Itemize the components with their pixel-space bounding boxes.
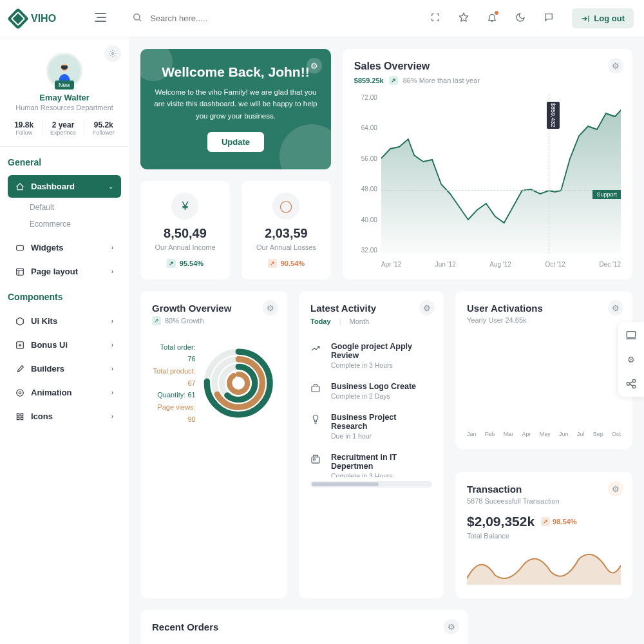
- welcome-title: Wellcome Back, John!!: [152, 64, 319, 80]
- profile-settings-icon[interactable]: [104, 45, 121, 62]
- new-badge: New: [55, 80, 74, 90]
- moon-icon[interactable]: [515, 12, 526, 24]
- growth-card: ⚙ Growth Overview ↗80% Growth Total orde…: [140, 291, 287, 598]
- star-icon[interactable]: [459, 12, 469, 24]
- brand-logo[interactable]: VIHO: [10, 11, 56, 26]
- gear-icon[interactable]: ⚙: [419, 300, 435, 316]
- svg-point-22: [632, 379, 636, 383]
- scrollbar[interactable]: [310, 481, 432, 488]
- float-panel: ⚙: [618, 322, 644, 397]
- activity-card: ⚙ Latest Activity Today | Month Google p…: [299, 291, 444, 598]
- gear-icon[interactable]: ⚙: [307, 58, 322, 73]
- avatar[interactable]: New: [46, 53, 82, 89]
- fullscreen-icon[interactable]: [430, 12, 440, 24]
- search-icon: [132, 12, 142, 24]
- gear-icon[interactable]: ⚙: [608, 58, 623, 73]
- gear-icon[interactable]: ⚙: [263, 300, 278, 316]
- nav-bonusui[interactable]: Bonus Ui›: [8, 334, 121, 356]
- menu-toggle-icon[interactable]: [95, 13, 106, 24]
- svg-point-0: [134, 14, 140, 20]
- losses-card: ◯ 2,03,59 Our Annual Losses ↗90.54%: [242, 181, 331, 279]
- activity-item[interactable]: Google project Apply ReviewComplete in 3…: [310, 336, 432, 375]
- income-card: ¥ 8,50,49 Our Annual Income ↗95.54%: [140, 181, 230, 279]
- recent-orders-card: ⚙ Recent Orders Name Date Quantity Value…: [140, 610, 468, 644]
- chat-icon[interactable]: [544, 12, 554, 24]
- transaction-card: ⚙ Transaction 5878 Suceessfull Transacti…: [455, 472, 632, 598]
- svg-point-21: [627, 383, 630, 386]
- gear-icon[interactable]: ⚙: [444, 619, 459, 634]
- user-activations-card: ⚙ User Activations Yearly User 24.65k Ja…: [455, 291, 632, 449]
- nav-animation[interactable]: Animation›: [8, 381, 121, 404]
- svg-point-7: [19, 392, 21, 394]
- activity-item[interactable]: Recruitment in IT DepertmenComplete in 3…: [310, 446, 432, 477]
- nav-widgets[interactable]: Widgets›: [8, 236, 121, 259]
- svg-point-23: [632, 385, 636, 388]
- nav-icons[interactable]: Icons›: [8, 405, 121, 428]
- welcome-card: ⚙ Wellcome Back, John!! Welcome to the v…: [140, 49, 331, 169]
- gear-icon[interactable]: ⚙: [608, 300, 623, 316]
- laptop-icon[interactable]: [623, 327, 639, 343]
- svg-rect-3: [17, 245, 24, 250]
- sales-title: Sales Overview: [354, 61, 621, 72]
- nav-section-general: General: [8, 157, 121, 167]
- nav-default[interactable]: Default: [30, 199, 121, 216]
- activity-item[interactable]: Business Project ResearchDue in 1 hour: [310, 406, 432, 446]
- profile-dept: Human Resources Department: [10, 104, 118, 111]
- bell-icon[interactable]: [487, 12, 497, 24]
- activity-item[interactable]: Business Logo CreateComplete in 2 Days: [310, 375, 432, 406]
- nav-section-components: Components: [8, 292, 121, 302]
- tab-month[interactable]: Month: [350, 317, 370, 325]
- update-button[interactable]: Update: [207, 132, 264, 152]
- sales-card: ⚙ Sales Overview $859.25k ↗ 86% More tha…: [343, 49, 632, 279]
- nav-uikits[interactable]: Ui Kits›: [8, 310, 121, 332]
- search-input[interactable]: [150, 14, 279, 23]
- nav-ecommerce[interactable]: Ecommerce: [30, 216, 121, 232]
- svg-point-1: [112, 53, 114, 55]
- logout-button[interactable]: Log out: [572, 8, 634, 28]
- svg-rect-16: [312, 386, 319, 392]
- gear-icon[interactable]: ⚙: [608, 481, 623, 497]
- yen-icon: ¥: [171, 193, 198, 220]
- ball-icon: ◯: [272, 193, 299, 220]
- share-icon[interactable]: [623, 376, 639, 392]
- logout-label: Log out: [594, 14, 625, 23]
- brand-text: VIHO: [31, 13, 56, 24]
- tab-today[interactable]: Today: [310, 317, 331, 325]
- nav-builders[interactable]: Builders›: [8, 357, 121, 380]
- svg-rect-18: [314, 459, 316, 460]
- profile-name: Emay Walter: [10, 93, 118, 102]
- svg-rect-20: [627, 332, 636, 337]
- svg-point-15: [229, 374, 247, 392]
- nav-dashboard[interactable]: Dashboard⌄: [8, 175, 121, 198]
- nav-pagelayout[interactable]: Page layout›: [8, 260, 121, 283]
- logo-icon: [7, 8, 29, 30]
- svg-rect-4: [17, 268, 24, 275]
- gear-icon[interactable]: ⚙: [623, 352, 639, 367]
- svg-point-6: [17, 389, 24, 396]
- welcome-body: Welcome to the viho Family! we are glad …: [152, 86, 319, 122]
